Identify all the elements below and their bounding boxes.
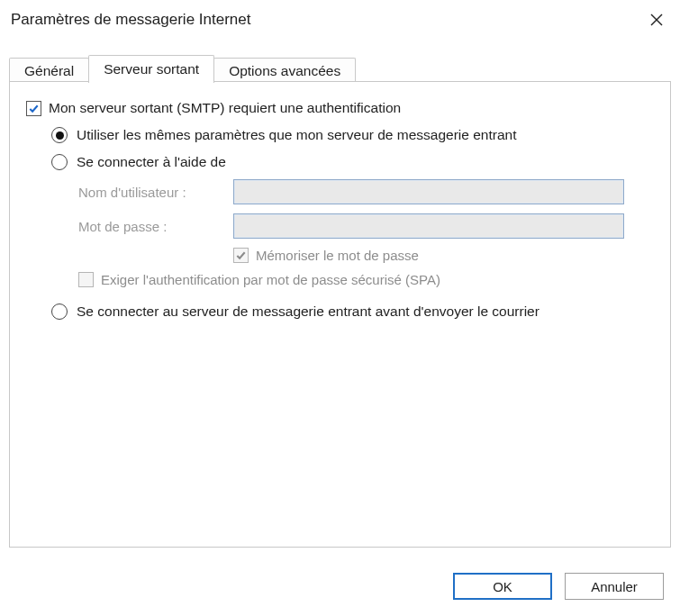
username-input[interactable]: [233, 179, 624, 204]
require-spa-row[interactable]: Exiger l'authentification par mot de pas…: [78, 272, 654, 287]
use-same-label: Utiliser les mêmes paramètres que mon se…: [77, 127, 516, 143]
remember-password-label: Mémoriser le mot de passe: [256, 248, 419, 263]
ok-button[interactable]: OK: [453, 573, 552, 600]
tab-outgoing-server[interactable]: Serveur sortant: [88, 55, 214, 83]
titlebar: Paramètres de messagerie Internet: [0, 0, 680, 36]
tabs-container: Général Serveur sortant Options avancées…: [0, 54, 680, 548]
require-spa-label: Exiger l'authentification par mot de pas…: [101, 272, 440, 287]
tab-advanced[interactable]: Options avancées: [213, 58, 356, 84]
require-auth-row[interactable]: Mon serveur sortant (SMTP) requiert une …: [26, 100, 654, 116]
require-spa-checkbox[interactable]: [78, 272, 94, 287]
checkmark-icon: [235, 249, 247, 261]
require-auth-checkbox[interactable]: [26, 101, 41, 116]
close-button[interactable]: [646, 9, 667, 31]
logon-incoming-first-label: Se connecter au serveur de messagerie en…: [77, 303, 539, 320]
logon-using-radio[interactable]: [51, 154, 68, 170]
cancel-button[interactable]: Annuler: [565, 573, 664, 600]
checkmark-icon: [28, 103, 40, 114]
use-same-radio[interactable]: [51, 127, 68, 143]
logon-incoming-first-row[interactable]: Se connecter au serveur de messagerie en…: [51, 303, 654, 320]
logon-incoming-first-radio[interactable]: [51, 303, 68, 320]
username-row: Nom d'utilisateur :: [78, 179, 654, 204]
dialog-footer: OK Annuler: [453, 573, 664, 600]
require-auth-label: Mon serveur sortant (SMTP) requiert une …: [49, 100, 401, 116]
window-title: Paramètres de messagerie Internet: [11, 11, 250, 29]
password-label: Mot de passe :: [78, 219, 233, 234]
use-same-row[interactable]: Utiliser les mêmes paramètres que mon se…: [51, 127, 654, 143]
tab-general[interactable]: Général: [9, 58, 89, 84]
tab-strip: Général Serveur sortant Options avancées: [9, 54, 671, 82]
password-input[interactable]: [233, 213, 624, 239]
remember-password-checkbox[interactable]: [233, 248, 249, 263]
logon-using-row[interactable]: Se connecter à l'aide de: [51, 154, 654, 170]
username-label: Nom d'utilisateur :: [78, 185, 233, 200]
close-icon: [649, 13, 664, 27]
logon-using-label: Se connecter à l'aide de: [77, 154, 226, 170]
remember-password-row[interactable]: Mémoriser le mot de passe: [233, 248, 654, 263]
tab-panel-outgoing: Mon serveur sortant (SMTP) requiert une …: [9, 81, 671, 548]
password-row: Mot de passe :: [78, 213, 654, 239]
